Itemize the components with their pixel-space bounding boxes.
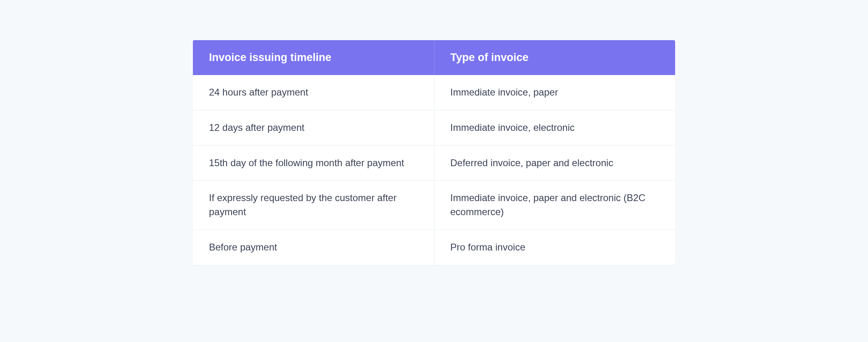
table-row: Before payment Pro forma invoice xyxy=(193,230,675,265)
table-row: If expressly requested by the customer a… xyxy=(193,181,675,230)
cell-type: Immediate invoice, paper and electronic … xyxy=(434,181,676,230)
header-timeline: Invoice issuing timeline xyxy=(193,40,434,75)
table-header-row: Invoice issuing timeline Type of invoice xyxy=(193,40,675,75)
cell-type: Immediate invoice, paper xyxy=(434,75,676,110)
table-row: 15th day of the following month after pa… xyxy=(193,146,675,181)
table-row: 24 hours after payment Immediate invoice… xyxy=(193,75,675,110)
cell-timeline: 15th day of the following month after pa… xyxy=(193,146,434,181)
cell-timeline: 12 days after payment xyxy=(193,110,434,145)
table-row: 12 days after payment Immediate invoice,… xyxy=(193,110,675,146)
cell-type: Immediate invoice, electronic xyxy=(434,110,676,145)
cell-timeline: If expressly requested by the customer a… xyxy=(193,181,434,230)
cell-timeline: 24 hours after payment xyxy=(193,75,434,110)
cell-type: Pro forma invoice xyxy=(434,230,676,265)
invoice-table: Invoice issuing timeline Type of invoice… xyxy=(193,40,675,265)
header-type: Type of invoice xyxy=(434,40,676,75)
cell-type: Deferred invoice, paper and electronic xyxy=(434,146,676,181)
cell-timeline: Before payment xyxy=(193,230,434,265)
